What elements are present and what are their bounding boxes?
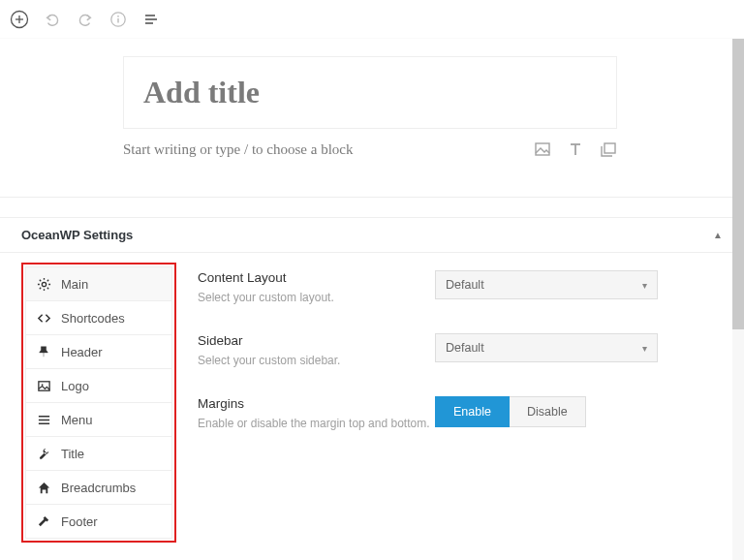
svg-rect-9 (536, 143, 549, 155)
option-label: Sidebar (198, 333, 435, 348)
margins-toggle: Enable Disable (435, 396, 705, 427)
tab-logo[interactable]: Logo (25, 368, 172, 402)
tab-label: Footer (61, 514, 98, 529)
option-margins: Margins Enable or disable the margin top… (198, 396, 705, 430)
content-row: Start writing or type / to choose a bloc… (123, 140, 617, 158)
tab-title[interactable]: Title (25, 436, 172, 470)
home-icon (36, 480, 51, 495)
select-value: Default (446, 341, 484, 355)
hammer-icon (36, 513, 51, 529)
tab-label: Menu (61, 413, 93, 427)
settings-header[interactable]: OceanWP Settings ▲ (0, 218, 744, 253)
tab-footer[interactable]: Footer (25, 504, 172, 539)
settings-tabs: Main Shortcodes Header Logo Menu Title (21, 263, 176, 543)
tab-label: Header (61, 345, 103, 359)
block-inserter-icons (534, 140, 617, 158)
select-value: Default (446, 278, 484, 292)
svg-point-13 (42, 282, 46, 286)
oceanwp-settings-panel: OceanWP Settings ▲ Main Shortcodes Heade… (0, 217, 744, 543)
heading-icon[interactable] (567, 140, 584, 158)
code-icon (36, 310, 51, 326)
tab-header[interactable]: Header (25, 334, 172, 368)
disable-button[interactable]: Disable (510, 396, 586, 427)
collapse-icon[interactable]: ▲ (713, 230, 723, 240)
enable-button[interactable]: Enable (435, 396, 510, 427)
tab-main[interactable]: Main (25, 266, 172, 300)
option-desc: Enable or disable the margin top and bot… (198, 417, 435, 430)
wrench-icon (36, 446, 51, 461)
image-icon (36, 378, 51, 393)
panel-title: OceanWP Settings (21, 228, 133, 242)
content-layout-select[interactable]: Default ▾ (435, 270, 658, 299)
svg-rect-12 (604, 143, 615, 153)
chevron-down-icon: ▾ (642, 280, 647, 291)
option-label: Margins (198, 396, 435, 411)
option-sidebar: Sidebar Select your custom sidebar. Defa… (198, 333, 705, 367)
gear-icon (36, 276, 51, 292)
tab-label: Shortcodes (61, 311, 125, 326)
tab-menu[interactable]: Menu (25, 402, 172, 436)
sidebar-select[interactable]: Default ▾ (435, 333, 658, 362)
redo-icon[interactable] (76, 10, 95, 29)
add-icon[interactable] (10, 10, 29, 29)
editor-toolbar (0, 0, 744, 39)
option-label: Content Layout (198, 270, 435, 285)
svg-rect-14 (38, 381, 48, 389)
title-placeholder: Add title (143, 75, 260, 109)
pin-icon (36, 344, 51, 359)
option-content-layout: Content Layout Select your custom layout… (198, 270, 705, 304)
image-icon[interactable] (534, 140, 551, 158)
tab-breadcrumbs[interactable]: Breadcrumbs (25, 470, 172, 504)
tab-shortcodes[interactable]: Shortcodes (25, 300, 172, 334)
gallery-icon[interactable] (600, 140, 617, 158)
info-icon[interactable] (108, 10, 128, 29)
menu-icon (36, 412, 51, 427)
undo-icon[interactable] (43, 10, 62, 29)
option-desc: Select your custom layout. (198, 291, 435, 304)
tab-label: Title (61, 447, 84, 461)
tab-label: Logo (61, 379, 89, 393)
content-placeholder[interactable]: Start writing or type / to choose a bloc… (123, 141, 353, 158)
menu-icon[interactable] (141, 10, 161, 29)
tab-label: Breadcrumbs (61, 481, 136, 495)
svg-point-4 (117, 15, 119, 16)
chevron-down-icon: ▾ (642, 343, 647, 354)
scrollbar-thumb[interactable] (732, 39, 744, 329)
title-input[interactable]: Add title (123, 56, 617, 129)
tab-label: Main (61, 277, 88, 292)
option-desc: Select your custom sidebar. (198, 354, 435, 367)
settings-options: Content Layout Select your custom layout… (176, 253, 744, 543)
editor-area: Add title Start writing or type / to cho… (0, 39, 744, 198)
